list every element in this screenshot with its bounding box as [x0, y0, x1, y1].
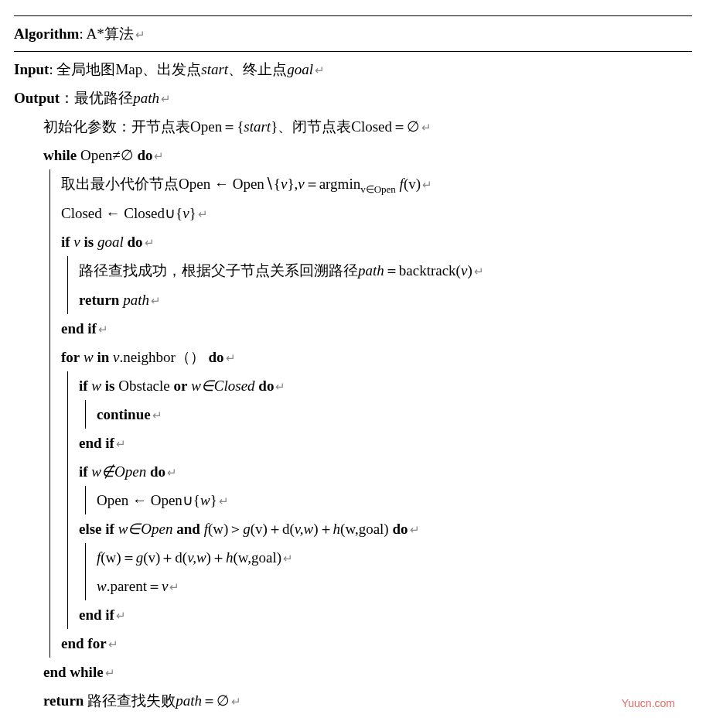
elif-g: g [243, 521, 251, 537]
elif-h: h [333, 521, 341, 537]
elif-cond1: w∈Open [114, 521, 176, 537]
upd-h: h [226, 549, 234, 566]
return-icon: ↵ [422, 179, 432, 191]
elif-vw: v,w [295, 521, 313, 537]
do-keyword: do [137, 147, 152, 163]
return-icon: ↵ [154, 150, 164, 162]
algorithm-title: Algorithm: A*算法↵ [14, 19, 692, 48]
continue-keyword: continue [97, 406, 151, 422]
input-start-var: start [201, 61, 228, 77]
do-keyword: do [209, 349, 224, 365]
if-keyword: if [79, 463, 88, 480]
return-keyword: return [79, 292, 119, 308]
if-keyword: if [61, 234, 70, 250]
fail-text: 路径查找失败 [84, 692, 176, 709]
init-start: start [244, 118, 271, 135]
parent-line: w.parent＝v↵ [97, 572, 692, 600]
open-w: w [200, 492, 210, 508]
endfor-line: end for↵ [61, 629, 692, 658]
top-rule [14, 15, 692, 16]
pop-v2: v [298, 176, 304, 192]
if-goal: goal [94, 234, 127, 250]
return-icon: ↵ [161, 93, 171, 105]
elif-gt: ＞ [228, 521, 243, 537]
endif-line: end if↵ [79, 600, 692, 629]
if-notopen-block: Open ← Open∪{w}↵ [85, 486, 692, 514]
return-icon: ↵ [474, 265, 484, 278]
is-keyword: is [84, 234, 94, 250]
for-line: for w in v.neighbor（） do↵ [61, 343, 692, 371]
return-path-line: return path↵ [79, 285, 692, 314]
return-icon: ↵ [275, 381, 285, 393]
or-keyword: or [173, 378, 187, 394]
pop-text: 取出最小代价节点Open ← Open∖{ [61, 176, 281, 192]
pop-f: f [396, 176, 404, 192]
do-keyword: do [392, 521, 408, 537]
algorithm-name: : A*算法 [79, 26, 133, 42]
return-icon: ↵ [116, 438, 126, 450]
update-f-line: f(w)＝g(v)＋d(v,w)＋h(w,goal)↵ [97, 543, 692, 572]
return-icon: ↵ [231, 696, 241, 708]
if3-cond: w∉Open [88, 463, 150, 480]
found-text: 路径查找成功，根据父子节点关系回溯路径 [79, 262, 358, 279]
endif-line: end if↵ [79, 429, 692, 457]
input-line: Input: 全局地图Map、出发点start、终止点goal↵ [14, 55, 692, 84]
if-goal-block: 路径查找成功，根据父子节点关系回溯路径path＝backtrack(v)↵ re… [67, 256, 692, 313]
return-icon: ↵ [151, 295, 161, 307]
elif-plus2: )＋ [313, 521, 333, 537]
return-icon: ↵ [145, 237, 155, 249]
in-keyword: in [97, 349, 109, 365]
while-keyword: while [43, 147, 77, 163]
for-neighbor: .neighbor（） [120, 349, 205, 365]
return-icon: ↵ [116, 610, 126, 622]
if-goal-line: if v is goal do↵ [61, 227, 692, 256]
output-text: ：最优路径 [60, 90, 133, 106]
closed-line: Closed ← Closed∪{v}↵ [61, 199, 692, 227]
open-add: Open ← Open∪{ [97, 492, 200, 508]
return-icon: ↵ [135, 29, 145, 41]
while-block: 取出最小代价节点Open ← Open∖{v},v＝argminv∈Open f… [49, 169, 692, 658]
closed-end: } [189, 205, 196, 221]
init-line: 初始化参数：开节点表Open＝{start}、闭节点表Closed＝∅↵ [43, 112, 692, 141]
input-goal-var: goal [287, 61, 313, 77]
return-icon: ↵ [283, 552, 293, 565]
return-fail-line: return 路径查找失败path＝∅↵ [43, 686, 692, 715]
endfor-keyword: end for [61, 635, 107, 651]
upd-vw: v,w [187, 549, 206, 566]
upd-g: g [136, 549, 144, 566]
upd-plus2: )＋ [206, 549, 226, 566]
elif-fw: (w) [208, 521, 228, 537]
open-add-line: Open ← Open∪{w}↵ [97, 486, 692, 514]
return-icon: ↵ [152, 409, 162, 422]
if-notopen-line: if w∉Open do↵ [79, 457, 692, 486]
elseif-keyword: else if [79, 521, 114, 537]
while-cond: Open≠∅ [77, 147, 137, 163]
init-rest: }、闭节点表Closed＝∅ [271, 118, 420, 135]
endwhile-keyword: end while [43, 664, 104, 680]
closed-text: Closed ← Closed∪{ [61, 205, 182, 221]
return-icon: ↵ [98, 323, 108, 336]
return-keyword: return [43, 692, 84, 709]
input-keyword: Input [14, 61, 49, 77]
endif-keyword: end if [79, 607, 114, 623]
elif-hw: (w,goal) [340, 521, 392, 537]
if2-obst: Obstacle [114, 378, 173, 394]
do-keyword: do [258, 378, 274, 394]
upd-hw: (w,goal) [233, 549, 281, 566]
found-eq: ＝backtrack( [384, 262, 461, 279]
upd-gv: (v) [143, 549, 160, 566]
do-keyword: do [128, 234, 143, 250]
input-mid: 、终止点 [228, 61, 287, 77]
if2-cond2: w∈Closed [187, 378, 258, 394]
for-v: v [109, 349, 119, 365]
closed-v: v [182, 205, 189, 221]
endif-keyword: end if [79, 435, 114, 451]
if-obstacle-block: continue↵ [85, 400, 692, 429]
output-keyword: Output [14, 90, 60, 106]
pop-sub: v∈Open [360, 183, 396, 195]
watermark: Yuucn.com [622, 693, 675, 714]
return-icon: ↵ [167, 467, 177, 479]
elif-f: f [200, 521, 208, 537]
return-icon: ↵ [421, 121, 431, 134]
upd-eq: ＝ [121, 549, 136, 566]
